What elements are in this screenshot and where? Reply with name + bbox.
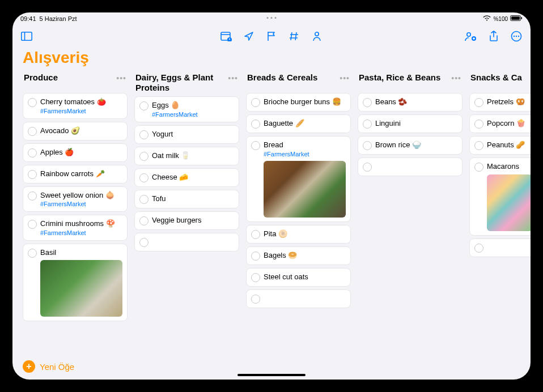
svg-rect-1 (511, 16, 520, 20)
card-item[interactable]: Cheese 🧀 (134, 168, 239, 187)
card-item[interactable]: Apples 🍎 (23, 143, 128, 162)
card-tag[interactable]: #FarmersMarket (40, 108, 122, 114)
card-tag[interactable]: #FarmersMarket (40, 201, 122, 207)
checkbox-circle[interactable] (28, 127, 37, 136)
checkbox-circle[interactable] (251, 273, 260, 282)
card-tag[interactable]: #FarmersMarket (264, 151, 346, 157)
checkbox-circle[interactable] (363, 120, 372, 129)
card-body: Beans 🫘 (375, 97, 457, 106)
flag-icon[interactable] (265, 30, 278, 42)
card-empty[interactable] (358, 157, 463, 176)
checkbox-circle[interactable] (139, 130, 149, 139)
checkbox-circle[interactable] (251, 295, 260, 304)
card-text: Pretzels 🥨 (487, 97, 531, 106)
checkbox-circle[interactable] (474, 141, 483, 150)
checkbox-circle[interactable] (474, 98, 483, 107)
card-text: Eggs 🥚 (152, 101, 234, 110)
card-item[interactable]: Popcorn 🍿 (469, 114, 531, 133)
card-item[interactable]: Basil (23, 244, 128, 322)
card-item[interactable]: Pretzels 🥨 (469, 93, 531, 112)
checkbox-circle[interactable] (251, 230, 260, 239)
card-item[interactable]: Steel cut oats (246, 268, 351, 287)
card-item[interactable]: Oat milk 🥛 (134, 147, 239, 165)
card-item[interactable]: Yogurt (134, 125, 239, 144)
checkbox-circle[interactable] (139, 195, 149, 204)
card-text: Steel cut oats (264, 272, 346, 282)
card-item[interactable]: Bread#FarmersMarket (246, 136, 351, 222)
svg-point-14 (518, 36, 519, 37)
add-item-icon[interactable]: + (23, 360, 35, 373)
card-item[interactable]: Eggs 🥚#FarmersMarket (134, 96, 239, 122)
card-body: Brioche burger buns 🍔 (264, 97, 346, 106)
card-tag[interactable]: #FarmersMarket (40, 229, 122, 236)
card-text: Cherry tomatoes 🍅 (40, 97, 122, 106)
column-more-icon[interactable]: ••• (340, 73, 350, 83)
checkbox-circle[interactable] (139, 216, 149, 225)
share-icon[interactable] (487, 30, 500, 42)
card-item[interactable]: Tofu (134, 190, 239, 208)
card-empty[interactable] (469, 238, 531, 257)
checkbox-circle[interactable] (139, 152, 149, 161)
card-item[interactable]: Brown rice 🍚 (358, 136, 463, 155)
checkbox-circle[interactable] (474, 120, 483, 129)
multitask-dots[interactable] (267, 17, 277, 19)
checkbox-circle[interactable] (363, 163, 372, 172)
card-item[interactable]: Rainbow carrots 🥕 (23, 165, 128, 184)
status-time: 09:41 (20, 15, 36, 22)
column-cards: Pretzels 🥨Popcorn 🍿Peanuts 🥜Macarons (469, 93, 531, 257)
checkbox-circle[interactable] (139, 173, 149, 182)
card-body: Yogurt (152, 130, 234, 139)
checkbox-circle[interactable] (139, 238, 149, 247)
checkbox-circle[interactable] (28, 148, 37, 157)
checkbox-circle[interactable] (28, 191, 37, 201)
card-item[interactable]: Avocado 🥑 (23, 122, 128, 140)
checkbox-circle[interactable] (28, 220, 37, 229)
sidebar-toggle-icon[interactable] (20, 30, 33, 42)
checkbox-circle[interactable] (139, 101, 149, 110)
card-item[interactable]: Veggie burgers (134, 211, 239, 230)
status-bar: 09:41 5 Haziran Pzt %100 (12, 12, 531, 25)
card-tag[interactable]: #FarmersMarket (152, 111, 234, 118)
checkbox-circle[interactable] (28, 170, 37, 179)
checkbox-circle[interactable] (363, 141, 372, 150)
checkbox-circle[interactable] (28, 98, 37, 107)
card-item[interactable]: Peanuts 🥜 (469, 136, 531, 155)
card-item[interactable]: Cherry tomatoes 🍅#FarmersMarket (23, 93, 128, 119)
more-icon[interactable] (510, 30, 523, 42)
home-indicator[interactable] (237, 374, 306, 376)
add-item-button[interactable]: Yeni Öğe (40, 362, 74, 372)
board-columns[interactable]: Produce•••Cherry tomatoes 🍅#FarmersMarke… (12, 71, 531, 353)
card-item[interactable]: Baguette 🥖 (246, 114, 351, 133)
column-more-icon[interactable]: ••• (451, 73, 461, 83)
person-icon[interactable] (311, 30, 323, 42)
card-item[interactable]: Pita 🫓 (246, 225, 351, 244)
column-more-icon[interactable]: ••• (116, 73, 126, 83)
card-item[interactable]: Macarons (469, 157, 531, 236)
card-item[interactable]: Beans 🫘 (358, 93, 463, 112)
toolbar (12, 25, 531, 48)
checkbox-circle[interactable] (363, 98, 372, 107)
calendar-icon[interactable] (220, 30, 232, 42)
checkbox-circle[interactable] (28, 249, 37, 258)
hashtag-icon[interactable] (288, 30, 300, 42)
checkbox-circle[interactable] (251, 141, 260, 150)
card-item[interactable]: Linguini (358, 114, 463, 133)
board-column: Pasta, Rice & Beans•••Beans 🫘LinguiniBro… (358, 71, 463, 353)
checkbox-circle[interactable] (474, 163, 483, 172)
card-item[interactable]: Crimini mushrooms 🍄#FarmersMarket (23, 215, 128, 241)
location-icon[interactable] (243, 30, 255, 42)
board-column: Produce•••Cherry tomatoes 🍅#FarmersMarke… (23, 71, 128, 353)
collaborate-icon[interactable] (465, 30, 477, 42)
card-empty[interactable] (246, 289, 351, 308)
column-title: Snacks & Ca (470, 73, 522, 83)
card-item[interactable]: Brioche burger buns 🍔 (246, 93, 351, 112)
checkbox-circle[interactable] (251, 120, 260, 129)
card-item[interactable]: Bagels 🥯 (246, 246, 351, 265)
column-more-icon[interactable]: ••• (228, 73, 238, 83)
checkbox-circle[interactable] (251, 252, 260, 261)
checkbox-circle[interactable] (474, 244, 483, 253)
checkbox-circle[interactable] (251, 98, 260, 107)
column-header: Breads & Cereals••• (246, 71, 351, 93)
card-empty[interactable] (134, 233, 239, 252)
card-item[interactable]: Sweet yellow onion 🧅#FarmersMarket (23, 186, 128, 212)
